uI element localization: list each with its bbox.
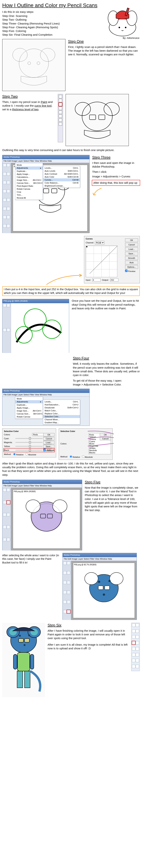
ps-tool-icon[interactable] bbox=[3, 538, 6, 541]
menu-item[interactable]: Canvas Size...Alt+Ctrl+C bbox=[15, 182, 43, 185]
save-button[interactable]: Save... bbox=[43, 445, 54, 448]
paint-tool-icon[interactable] bbox=[136, 641, 139, 645]
ps-tool-icon[interactable] bbox=[67, 591, 70, 594]
menu-item[interactable]: Duplicate... bbox=[15, 403, 43, 406]
adjustments-submenu[interactable]: Levels...Ctrl+L Hue/Saturation...Ctrl+U … bbox=[43, 400, 80, 425]
ps-tool-icon[interactable] bbox=[3, 328, 6, 332]
ps-tool-icon[interactable] bbox=[3, 216, 6, 219]
ps-menubar[interactable]: File Edit Image Layer Select Filter View… bbox=[2, 484, 82, 488]
paint-tool-icon[interactable] bbox=[132, 629, 135, 633]
smooth-button[interactable]: Smooth bbox=[125, 256, 138, 260]
menu-item[interactable]: Pixel Aspect Ratio bbox=[15, 185, 43, 187]
menu-item[interactable]: Levels...Ctrl+L bbox=[43, 400, 80, 403]
ps-tool-icon[interactable] bbox=[7, 181, 10, 184]
ps-tool-icon[interactable] bbox=[67, 561, 70, 565]
menu-item[interactable]: Apply Image... bbox=[15, 173, 43, 176]
paint-tool-icon[interactable] bbox=[59, 118, 62, 122]
ps-tool-icon[interactable] bbox=[7, 189, 10, 193]
image-menu-dropdown[interactable]: Mode Adjustments▸ Duplicate... Apply Ima… bbox=[15, 163, 43, 200]
color-option-cyans[interactable]: Cyans bbox=[89, 440, 110, 442]
ps-tool-icon[interactable] bbox=[63, 610, 66, 613]
menu-item[interactable]: Rotate Canvas bbox=[15, 187, 43, 190]
ps-tool-icon[interactable] bbox=[63, 591, 66, 594]
ps-tool-icon[interactable] bbox=[7, 216, 10, 219]
color-option[interactable]: Magentas bbox=[89, 445, 110, 447]
load-button[interactable]: Load... bbox=[43, 441, 54, 444]
curves-input-field[interactable] bbox=[92, 278, 101, 282]
menu-item-adjustments[interactable]: Adjustments▸ bbox=[15, 166, 43, 169]
menu-item[interactable]: Gradient Map... bbox=[43, 421, 80, 424]
paint-tool-icon[interactable] bbox=[132, 635, 135, 639]
auto-button[interactable]: Auto bbox=[125, 261, 138, 265]
preview-checkbox[interactable] bbox=[125, 270, 127, 272]
cancel-button[interactable]: Cancel bbox=[100, 437, 111, 440]
paint-tool-icon[interactable] bbox=[136, 665, 139, 668]
paint-tool-icon[interactable] bbox=[132, 653, 135, 656]
channel-select[interactable]: RGB bbox=[95, 241, 105, 245]
paint-tool-icon[interactable] bbox=[132, 659, 135, 662]
menu-item-curves[interactable]: Curves...Ctrl+M bbox=[43, 178, 80, 181]
ok-button[interactable]: OK bbox=[100, 433, 111, 436]
color-option[interactable]: Whites bbox=[89, 447, 110, 449]
ps-tool-icon[interactable] bbox=[3, 513, 6, 516]
paint-tool-icon[interactable] bbox=[136, 653, 139, 656]
color-option[interactable]: Blacks bbox=[89, 452, 110, 454]
paint-tool-icon[interactable] bbox=[59, 122, 62, 126]
ps-tool-icon[interactable] bbox=[7, 488, 10, 492]
preview-checkbox[interactable] bbox=[43, 449, 46, 451]
pencil-tool-icon[interactable] bbox=[132, 641, 135, 645]
ps-tool-icon[interactable] bbox=[3, 304, 6, 307]
load-button[interactable]: Load... bbox=[125, 247, 138, 251]
absolute-radio[interactable] bbox=[82, 455, 84, 458]
menu-item[interactable]: Mode bbox=[15, 397, 43, 400]
paint-tool-icon[interactable] bbox=[59, 99, 62, 102]
ps-tool-icon[interactable] bbox=[67, 581, 70, 584]
ps-menubar[interactable]: File Edit Image Layer Select Filter View… bbox=[2, 159, 89, 163]
menu-item[interactable]: Auto ColorShift+Ctrl+B bbox=[43, 175, 80, 178]
relative-radio[interactable] bbox=[70, 455, 72, 458]
menu-item[interactable]: Mode bbox=[15, 163, 43, 166]
paint-bucket-tool-icon[interactable] bbox=[67, 610, 70, 613]
paint-tool-icon[interactable] bbox=[132, 647, 135, 650]
paint-tool-icon[interactable] bbox=[132, 623, 135, 627]
menu-item[interactable]: Trim... bbox=[15, 193, 43, 196]
menu-item[interactable]: Apply Image... bbox=[15, 406, 43, 409]
cancel-button[interactable]: Cancel bbox=[125, 243, 138, 247]
menu-item[interactable]: Brightness/Contrast... bbox=[43, 184, 80, 187]
menu-item[interactable]: Reveal All bbox=[15, 196, 43, 199]
paint-tool-icon[interactable] bbox=[136, 629, 139, 633]
magic-wand-tool-icon[interactable] bbox=[7, 501, 10, 504]
paint-tool-icon[interactable] bbox=[59, 95, 62, 98]
adjustments-submenu[interactable]: Levels...Ctrl+L Auto LevelsShift+Ctrl+L … bbox=[43, 166, 80, 188]
menu-item[interactable]: Levels...Ctrl+L bbox=[43, 166, 80, 169]
paint-tool-icon[interactable] bbox=[136, 635, 139, 639]
ps-tool-icon[interactable] bbox=[7, 538, 10, 541]
menu-item-selective-color[interactable]: Selective Color... bbox=[43, 415, 80, 418]
paint-tool-icon[interactable] bbox=[136, 659, 139, 662]
ps-tool-icon[interactable] bbox=[3, 181, 6, 184]
ps-tool-icon[interactable] bbox=[3, 163, 6, 167]
ps-tool-icon[interactable] bbox=[7, 328, 10, 332]
ps-tool-icon[interactable] bbox=[3, 224, 6, 227]
cyan-slider[interactable] bbox=[16, 438, 42, 439]
menu-item[interactable]: Hue/Saturation...Ctrl+U bbox=[43, 403, 80, 406]
menu-item[interactable]: Duplicate... bbox=[15, 169, 43, 173]
paint-tool-icon[interactable] bbox=[132, 665, 135, 668]
paint-tool-icon[interactable] bbox=[59, 111, 62, 114]
ps-tool-icon[interactable] bbox=[7, 224, 10, 227]
menu-item[interactable]: Auto LevelsShift+Ctrl+L bbox=[43, 169, 80, 173]
save-button[interactable]: Save... bbox=[125, 252, 138, 255]
menu-item[interactable]: Image Size...Alt+Ctrl+I bbox=[15, 409, 43, 412]
ps-menubar[interactable]: File Edit Image Layer Select Filter View… bbox=[63, 557, 137, 561]
cancel-button[interactable]: Cancel bbox=[43, 437, 54, 440]
paint-tool-icon[interactable] bbox=[59, 106, 62, 110]
ps-tool-icon[interactable] bbox=[7, 304, 10, 307]
menu-item[interactable]: Image Size...Alt+Ctrl+I bbox=[15, 179, 43, 182]
color-option[interactable]: Neutrals bbox=[89, 449, 110, 452]
menu-item-adjustments[interactable]: Adjustments▸ bbox=[15, 400, 43, 403]
paint-tool-icon[interactable] bbox=[136, 647, 139, 650]
image-menu-dropdown[interactable]: Mode Adjustments▸ Duplicate... Apply Ima… bbox=[15, 397, 43, 419]
magenta-slider[interactable] bbox=[16, 442, 42, 443]
menu-item[interactable]: Rotate Canvas bbox=[15, 415, 43, 418]
ps-menubar[interactable]: File Edit Image Layer Select Filter View… bbox=[2, 393, 89, 397]
